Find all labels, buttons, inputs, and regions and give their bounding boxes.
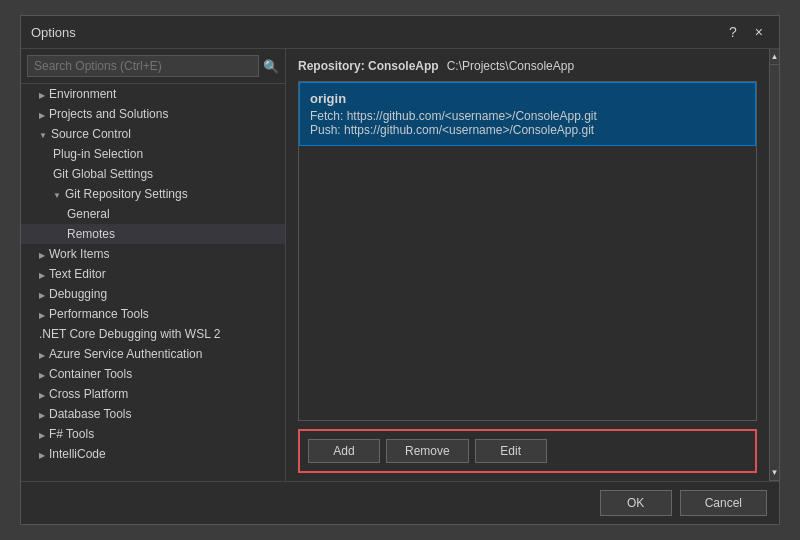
search-icon: 🔍: [263, 59, 279, 74]
remote-push-line: Push: https://github.com/<username>/Cons…: [310, 123, 745, 137]
ok-button[interactable]: OK: [600, 490, 672, 516]
tree-item-plugin-selection[interactable]: Plug-in Selection: [21, 144, 285, 164]
tree-item-container-tools[interactable]: Container Tools: [21, 364, 285, 384]
tree-item-cross-platform[interactable]: Cross Platform: [21, 384, 285, 404]
scroll-up-btn[interactable]: ▲: [770, 49, 779, 65]
add-button[interactable]: Add: [308, 439, 380, 463]
tree-item-source-control[interactable]: Source Control: [21, 124, 285, 144]
left-panel: 🔍 Environment Projects and Solutions Sou…: [21, 49, 286, 481]
remotes-list: origin Fetch: https://github.com/<userna…: [298, 81, 757, 421]
tree-item-environment[interactable]: Environment: [21, 84, 285, 104]
tree-item-intellicode[interactable]: IntelliCode: [21, 444, 285, 464]
remove-button[interactable]: Remove: [386, 439, 469, 463]
dialog-body: 🔍 Environment Projects and Solutions Sou…: [21, 49, 779, 481]
repo-header-path: C:\Projects\ConsoleApp: [447, 59, 574, 73]
close-button[interactable]: ×: [749, 22, 769, 42]
title-bar-left: Options: [31, 25, 76, 40]
tree-item-general[interactable]: General: [21, 204, 285, 224]
tree-container: Environment Projects and Solutions Sourc…: [21, 84, 285, 481]
tree-item-fsharp-tools[interactable]: F# Tools: [21, 424, 285, 444]
dialog-title: Options: [31, 25, 76, 40]
remote-fetch-line: Fetch: https://github.com/<username>/Con…: [310, 109, 745, 123]
edit-button[interactable]: Edit: [475, 439, 547, 463]
tree-item-remotes[interactable]: Remotes: [21, 224, 285, 244]
help-button[interactable]: ?: [723, 22, 743, 42]
right-panel: Repository: ConsoleApp C:\Projects\Conso…: [286, 49, 769, 481]
repo-header-label: Repository: ConsoleApp: [298, 59, 439, 73]
tree-item-git-global-settings[interactable]: Git Global Settings: [21, 164, 285, 184]
search-box: 🔍: [21, 49, 285, 84]
tree-item-git-repo-settings[interactable]: Git Repository Settings: [21, 184, 285, 204]
tree-item-work-items[interactable]: Work Items: [21, 244, 285, 264]
tree-area: Environment Projects and Solutions Sourc…: [21, 84, 285, 481]
search-input[interactable]: [27, 55, 259, 77]
title-bar: Options ? ×: [21, 16, 779, 49]
tree-item-text-editor[interactable]: Text Editor: [21, 264, 285, 284]
right-scrollbar[interactable]: ▲ ▼: [769, 49, 779, 481]
tree-item-performance-tools[interactable]: Performance Tools: [21, 304, 285, 324]
cancel-button[interactable]: Cancel: [680, 490, 767, 516]
repo-header: Repository: ConsoleApp C:\Projects\Conso…: [298, 59, 757, 73]
options-dialog: Options ? × 🔍 Environment Projects and S…: [20, 15, 780, 525]
tree-item-projects-solutions[interactable]: Projects and Solutions: [21, 104, 285, 124]
tree-item-database-tools[interactable]: Database Tools: [21, 404, 285, 424]
tree-item-net-core-debugging[interactable]: .NET Core Debugging with WSL 2: [21, 324, 285, 344]
remote-item-origin[interactable]: origin Fetch: https://github.com/<userna…: [299, 82, 756, 146]
right-panel-wrapper: Repository: ConsoleApp C:\Projects\Conso…: [286, 49, 779, 481]
scroll-down-btn[interactable]: ▼: [770, 465, 779, 481]
tree-item-azure-auth[interactable]: Azure Service Authentication: [21, 344, 285, 364]
dialog-footer: OK Cancel: [21, 481, 779, 524]
remote-item-name: origin: [310, 91, 745, 106]
title-bar-controls: ? ×: [723, 22, 769, 42]
tree-item-debugging[interactable]: Debugging: [21, 284, 285, 304]
action-row: Add Remove Edit: [298, 429, 757, 473]
